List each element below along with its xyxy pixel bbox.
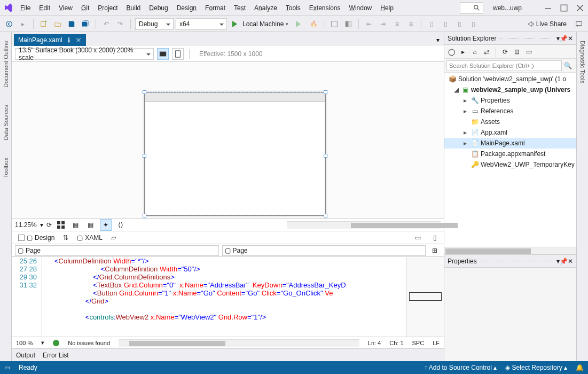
redo-button[interactable]: ↷ [114, 18, 126, 30]
comment-button[interactable]: ≡ [391, 18, 403, 30]
start-wo-debug-button[interactable] [294, 18, 305, 30]
tree-solution[interactable]: 📦Solution 'webview2_sample_uwp' (1 o [444, 74, 576, 84]
grid-icon-1[interactable] [55, 219, 67, 231]
add-source-control-button[interactable]: ↑ Add to Source Control ▴ [424, 364, 497, 371]
refresh-icon[interactable]: ⟳ [500, 47, 510, 57]
tree-properties[interactable]: ▸🔧Properties [444, 95, 576, 106]
new-project-button[interactable]: + [38, 18, 50, 30]
tree-appxaml[interactable]: ▸📄App.xaml [444, 127, 576, 138]
tb-icon-1[interactable] [328, 18, 340, 30]
save-all-button[interactable] [80, 18, 91, 30]
menu-view[interactable]: View [54, 2, 77, 14]
editor-zoom[interactable]: 100 % [16, 340, 33, 346]
home-icon[interactable]: ⌂ [470, 47, 480, 57]
code-content[interactable]: <ColumnDefinition Width="*"/> <ColumnDef… [42, 257, 406, 337]
line-label[interactable]: Ln: 4 [368, 340, 381, 346]
char-label[interactable]: Ch: 1 [389, 340, 403, 346]
tree-project[interactable]: ◢▣webview2_sample_uwp (Univers [444, 84, 576, 95]
tab-overflow-button[interactable]: ▾ [432, 34, 444, 46]
status-rect-icon[interactable]: ▭ [4, 364, 10, 371]
tab-toolbox[interactable]: Toolbox [2, 154, 10, 181]
platform-dropdown[interactable]: x64 [176, 18, 227, 30]
design-canvas[interactable] [12, 62, 444, 218]
ws-label[interactable]: SPC [412, 340, 425, 346]
crumb-left[interactable]: ▢ Page [15, 245, 219, 256]
swap-panes-icon[interactable]: ⇅ [63, 234, 68, 241]
split-tab-xaml[interactable]: ▢ XAML [74, 233, 106, 243]
split-editor-icon[interactable]: ⊞ [429, 245, 441, 256]
menu-tools[interactable]: Tools [281, 2, 305, 14]
sync-icon[interactable]: ⇄ [482, 47, 491, 57]
config-dropdown[interactable]: Debug [135, 18, 174, 30]
feedback-button[interactable] [573, 18, 585, 30]
refresh-icon[interactable]: ⟳ [46, 221, 52, 229]
split-h-icon[interactable]: ▭ [412, 232, 424, 244]
props-close-icon[interactable]: ✕ [568, 258, 573, 265]
issues-label[interactable]: No issues found [68, 340, 110, 346]
start-debug-button[interactable]: Local Machine▾ [229, 18, 292, 30]
bookmark-3[interactable]: ▯ [453, 18, 465, 30]
menu-project[interactable]: Project [93, 2, 122, 14]
search-icon[interactable]: 🔍 [562, 62, 574, 69]
save-button[interactable] [66, 18, 77, 30]
tree-manifest[interactable]: 📋Package.appxmanifest [444, 149, 576, 159]
popout-icon[interactable]: ▱ [111, 234, 116, 241]
nav-fwd-button[interactable]: ▸ [17, 18, 29, 30]
orientation-portrait-button[interactable] [172, 48, 184, 60]
grid-icon-2[interactable]: ▦ [85, 219, 97, 231]
zoom-level[interactable]: 11.25% [15, 221, 37, 229]
bookmark-1[interactable]: ▯ [426, 18, 437, 30]
solution-search-input[interactable] [446, 60, 562, 71]
tab-document-outline[interactable]: Document Outline [2, 37, 10, 91]
tree-scroll[interactable] [444, 247, 576, 254]
menu-build[interactable]: Build [122, 2, 145, 14]
menu-file[interactable]: File [16, 2, 35, 14]
menu-git[interactable]: Git [77, 2, 93, 14]
tree-key[interactable]: 🔑WebView2_UWP_TemporaryKey [444, 159, 576, 170]
back-icon[interactable]: ◯ [446, 47, 456, 57]
bell-icon[interactable]: 🔔 [576, 364, 584, 371]
tree-mainpage[interactable]: ▸📄MainPage.xaml [444, 138, 576, 149]
live-share-button[interactable]: Live Share [522, 20, 571, 28]
props-pin-icon[interactable]: 📌 [560, 258, 568, 265]
le-label[interactable]: LF [433, 340, 440, 346]
orientation-landscape-button[interactable] [157, 48, 169, 60]
pin-icon[interactable] [66, 37, 72, 43]
split-tab-design[interactable]: ▢ Design [15, 233, 58, 243]
pin-icon[interactable]: 📌 [560, 35, 568, 42]
menu-test[interactable]: Test [230, 2, 250, 14]
title-search-box[interactable] [460, 2, 483, 14]
close-panel-icon[interactable]: ✕ [568, 35, 573, 42]
tab-diagnostic-tools[interactable]: Diagnostic Tools [578, 37, 587, 87]
menu-design[interactable]: Design [173, 2, 201, 14]
menu-analyze[interactable]: Analyze [250, 2, 281, 14]
crumb-right[interactable]: ▢ Page [222, 245, 426, 256]
open-button[interactable] [52, 18, 64, 30]
close-tab-icon[interactable] [75, 37, 82, 43]
doc-tab-mainpage[interactable]: MainPage.xaml [14, 34, 86, 46]
maximize-button[interactable] [556, 1, 572, 15]
menu-extensions[interactable]: Extensions [305, 2, 345, 14]
bookmark-2[interactable]: ▯ [440, 18, 451, 30]
tb-icon-2[interactable] [342, 18, 354, 30]
tree-references[interactable]: ▸▭References [444, 106, 576, 116]
menu-debug[interactable]: Debug [145, 2, 172, 14]
menu-window[interactable]: Window [345, 2, 377, 14]
tab-error-list[interactable]: Error List [43, 352, 69, 359]
tab-output[interactable]: Output [16, 352, 35, 359]
device-dropdown[interactable]: 13.5" Surface Book (3000 x 2000) 200% sc… [15, 48, 154, 60]
hot-reload-button[interactable]: 🔥 [308, 18, 319, 30]
select-repo-button[interactable]: ◈ Select Repository ▴ [505, 364, 567, 371]
undo-button[interactable]: ↶ [100, 18, 112, 30]
menu-help[interactable]: Help [376, 2, 398, 14]
indent-less-button[interactable]: ⇤ [363, 18, 375, 30]
menu-format[interactable]: Format [201, 2, 230, 14]
close-button[interactable] [572, 1, 588, 15]
minimap[interactable] [406, 257, 444, 337]
tree-assets[interactable]: 📁Assets [444, 116, 576, 127]
uncomment-button[interactable]: ≡ [405, 18, 417, 30]
code-icon[interactable]: ⟨⟩ [115, 219, 127, 231]
split-v-icon[interactable]: ▯ [429, 232, 441, 244]
snap-icon[interactable]: ▦ [70, 219, 82, 231]
indent-more-button[interactable]: ⇥ [377, 18, 389, 30]
